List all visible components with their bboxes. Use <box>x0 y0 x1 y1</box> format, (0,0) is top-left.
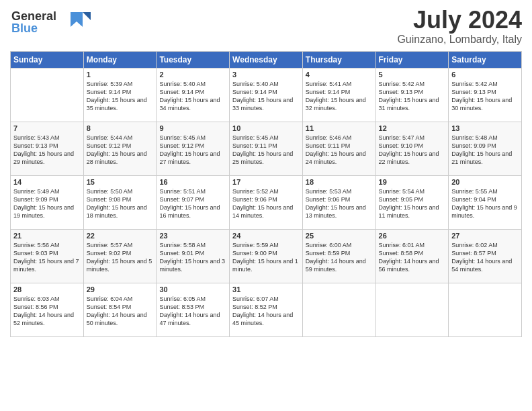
day-number: 8 <box>87 124 154 132</box>
svg-marker-3 <box>83 12 91 20</box>
cell-w3-d4: 17 Sunrise: 5:52 AMSunset: 9:06 PMDaylig… <box>230 175 303 229</box>
cell-info: Sunrise: 6:03 AMSunset: 8:56 PMDaylight:… <box>13 295 81 328</box>
cell-info: Sunrise: 5:56 AMSunset: 9:03 PMDaylight:… <box>13 241 81 274</box>
cell-w2-d3: 9 Sunrise: 5:45 AMSunset: 9:12 PMDayligh… <box>157 122 230 175</box>
main-container: General Blue July 2024 Guinzano, Lombard… <box>0 0 532 344</box>
cell-w1-d6: 5 Sunrise: 5:42 AMSunset: 9:13 PMDayligh… <box>375 68 449 122</box>
day-number: 16 <box>159 178 226 186</box>
col-thursday: Thursday <box>302 51 375 68</box>
cell-info: Sunrise: 5:39 AMSunset: 9:14 PMDaylight:… <box>87 80 154 113</box>
week-row-4: 21 Sunrise: 5:56 AMSunset: 9:03 PMDaylig… <box>11 229 522 283</box>
header: General Blue July 2024 Guinzano, Lombard… <box>10 7 522 46</box>
title-section: July 2024 Guinzano, Lombardy, Italy <box>397 7 522 46</box>
cell-info: Sunrise: 5:41 AMSunset: 9:14 PMDaylight:… <box>306 80 373 113</box>
day-number: 21 <box>13 232 81 240</box>
day-number: 11 <box>306 124 373 132</box>
day-number: 10 <box>232 124 300 132</box>
cell-info: Sunrise: 5:58 AMSunset: 9:01 PMDaylight:… <box>159 241 226 274</box>
cell-info: Sunrise: 5:48 AMSunset: 9:09 PMDaylight:… <box>451 134 519 167</box>
col-monday: Monday <box>83 51 157 68</box>
cell-info: Sunrise: 6:01 AMSunset: 8:58 PMDaylight:… <box>379 241 446 274</box>
cell-info: Sunrise: 6:05 AMSunset: 8:53 PMDaylight:… <box>159 295 226 328</box>
cell-info: Sunrise: 6:07 AMSunset: 8:52 PMDaylight:… <box>232 295 300 328</box>
day-number: 28 <box>13 285 81 293</box>
cell-info: Sunrise: 5:52 AMSunset: 9:06 PMDaylight:… <box>232 187 300 220</box>
cell-info: Sunrise: 5:47 AMSunset: 9:10 PMDaylight:… <box>379 134 446 167</box>
cell-w2-d4: 10 Sunrise: 5:45 AMSunset: 9:11 PMDaylig… <box>230 122 303 175</box>
cell-info: Sunrise: 5:53 AMSunset: 9:06 PMDaylight:… <box>306 187 373 220</box>
cell-w2-d6: 12 Sunrise: 5:47 AMSunset: 9:10 PMDaylig… <box>375 122 449 175</box>
cell-info: Sunrise: 5:40 AMSunset: 9:14 PMDaylight:… <box>232 80 300 113</box>
cell-w3-d7: 20 Sunrise: 5:55 AMSunset: 9:04 PMDaylig… <box>449 175 522 229</box>
week-row-3: 14 Sunrise: 5:49 AMSunset: 9:09 PMDaylig… <box>11 175 522 229</box>
day-number: 14 <box>13 178 81 186</box>
cell-info: Sunrise: 5:40 AMSunset: 9:14 PMDaylight:… <box>159 80 226 113</box>
location-text: Guinzano, Lombardy, Italy <box>397 34 522 46</box>
logo-svg: General Blue <box>10 7 97 37</box>
cell-w4-d2: 22 Sunrise: 5:57 AMSunset: 9:02 PMDaylig… <box>83 229 157 283</box>
day-number: 1 <box>87 71 154 79</box>
cell-info: Sunrise: 5:42 AMSunset: 9:13 PMDaylight:… <box>451 80 519 113</box>
week-row-2: 7 Sunrise: 5:43 AMSunset: 9:13 PMDayligh… <box>11 122 522 175</box>
col-tuesday: Tuesday <box>157 51 230 68</box>
cell-w3-d2: 15 Sunrise: 5:50 AMSunset: 9:08 PMDaylig… <box>83 175 157 229</box>
cell-info: Sunrise: 5:50 AMSunset: 9:08 PMDaylight:… <box>87 187 154 220</box>
cell-w5-d2: 29 Sunrise: 6:04 AMSunset: 8:54 PMDaylig… <box>83 283 157 336</box>
day-number: 9 <box>159 124 226 132</box>
cell-w2-d5: 11 Sunrise: 5:46 AMSunset: 9:11 PMDaylig… <box>302 122 375 175</box>
month-year-title: July 2024 <box>397 7 522 34</box>
day-number: 7 <box>13 124 81 132</box>
cell-w5-d5 <box>302 283 375 336</box>
week-row-5: 28 Sunrise: 6:03 AMSunset: 8:56 PMDaylig… <box>11 283 522 336</box>
cell-info: Sunrise: 5:57 AMSunset: 9:02 PMDaylight:… <box>87 241 154 274</box>
cell-info: Sunrise: 5:42 AMSunset: 9:13 PMDaylight:… <box>379 80 446 113</box>
day-number: 26 <box>379 232 446 240</box>
cell-w4-d7: 27 Sunrise: 6:02 AMSunset: 8:57 PMDaylig… <box>449 229 522 283</box>
day-number: 20 <box>451 178 519 186</box>
cell-info: Sunrise: 5:44 AMSunset: 9:12 PMDaylight:… <box>87 134 154 167</box>
cell-w4-d4: 24 Sunrise: 5:59 AMSunset: 9:00 PMDaylig… <box>230 229 303 283</box>
cell-w1-d1 <box>11 68 84 122</box>
cell-w5-d1: 28 Sunrise: 6:03 AMSunset: 8:56 PMDaylig… <box>11 283 84 336</box>
day-number: 5 <box>379 71 446 79</box>
col-sunday: Sunday <box>11 51 84 68</box>
svg-text:Blue: Blue <box>11 21 38 35</box>
day-number: 2 <box>159 71 226 79</box>
cell-info: Sunrise: 5:59 AMSunset: 9:00 PMDaylight:… <box>232 241 300 274</box>
cell-w1-d7: 6 Sunrise: 5:42 AMSunset: 9:13 PMDayligh… <box>449 68 522 122</box>
day-number: 23 <box>159 232 226 240</box>
day-number: 15 <box>87 178 154 186</box>
col-wednesday: Wednesday <box>230 51 303 68</box>
day-number: 25 <box>306 232 373 240</box>
cell-w2-d1: 7 Sunrise: 5:43 AMSunset: 9:13 PMDayligh… <box>11 122 84 175</box>
cell-info: Sunrise: 5:49 AMSunset: 9:09 PMDaylight:… <box>13 187 81 220</box>
cell-w5-d7 <box>449 283 522 336</box>
cell-w4-d5: 25 Sunrise: 6:00 AMSunset: 8:59 PMDaylig… <box>302 229 375 283</box>
cell-info: Sunrise: 6:00 AMSunset: 8:59 PMDaylight:… <box>306 241 373 274</box>
cell-info: Sunrise: 5:43 AMSunset: 9:13 PMDaylight:… <box>13 134 81 167</box>
day-number: 6 <box>451 71 519 79</box>
cell-w3-d5: 18 Sunrise: 5:53 AMSunset: 9:06 PMDaylig… <box>302 175 375 229</box>
week-row-1: 1 Sunrise: 5:39 AMSunset: 9:14 PMDayligh… <box>11 68 522 122</box>
cell-w3-d3: 16 Sunrise: 5:51 AMSunset: 9:07 PMDaylig… <box>157 175 230 229</box>
day-number: 22 <box>87 232 154 240</box>
day-number: 13 <box>451 124 519 132</box>
cell-w5-d6 <box>375 283 449 336</box>
svg-marker-2 <box>71 12 83 27</box>
cell-w2-d2: 8 Sunrise: 5:44 AMSunset: 9:12 PMDayligh… <box>83 122 157 175</box>
cell-w4-d3: 23 Sunrise: 5:58 AMSunset: 9:01 PMDaylig… <box>157 229 230 283</box>
svg-text:General: General <box>11 9 56 23</box>
cell-w2-d7: 13 Sunrise: 5:48 AMSunset: 9:09 PMDaylig… <box>449 122 522 175</box>
cell-w1-d2: 1 Sunrise: 5:39 AMSunset: 9:14 PMDayligh… <box>83 68 157 122</box>
day-number: 31 <box>232 285 300 293</box>
calendar-table: Sunday Monday Tuesday Wednesday Thursday… <box>10 51 522 337</box>
day-number: 4 <box>306 71 373 79</box>
cell-info: Sunrise: 5:51 AMSunset: 9:07 PMDaylight:… <box>159 187 226 220</box>
cell-info: Sunrise: 5:55 AMSunset: 9:04 PMDaylight:… <box>451 187 519 220</box>
cell-w1-d4: 3 Sunrise: 5:40 AMSunset: 9:14 PMDayligh… <box>230 68 303 122</box>
cell-w4-d1: 21 Sunrise: 5:56 AMSunset: 9:03 PMDaylig… <box>11 229 84 283</box>
cell-w4-d6: 26 Sunrise: 6:01 AMSunset: 8:58 PMDaylig… <box>375 229 449 283</box>
col-saturday: Saturday <box>449 51 522 68</box>
cell-w5-d3: 30 Sunrise: 6:05 AMSunset: 8:53 PMDaylig… <box>157 283 230 336</box>
cell-info: Sunrise: 5:45 AMSunset: 9:12 PMDaylight:… <box>159 134 226 167</box>
